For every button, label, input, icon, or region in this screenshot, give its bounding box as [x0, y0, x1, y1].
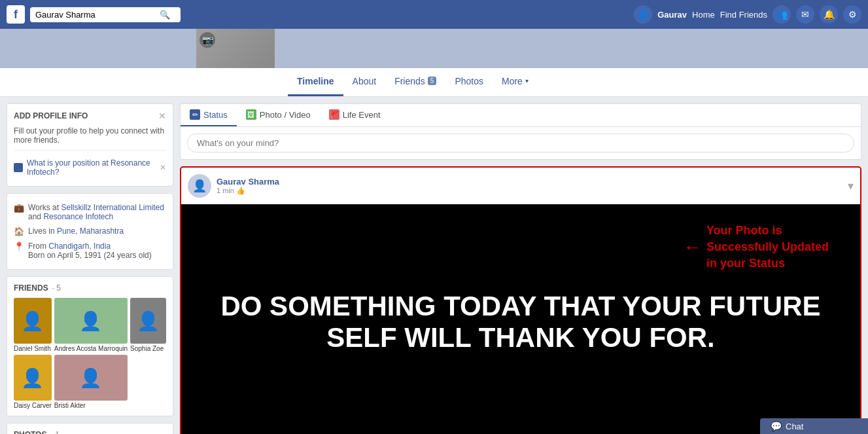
arrow-icon: ←: [683, 237, 701, 258]
friends-badge: 5: [428, 77, 437, 85]
settings-icon[interactable]: ⚙: [843, 5, 861, 24]
company2-link[interactable]: Resonance Infotech: [43, 212, 113, 221]
status-input[interactable]: [187, 134, 854, 153]
user-avatar-icon: 👤: [634, 5, 652, 24]
tab-photos[interactable]: Photos: [445, 67, 493, 96]
location-link[interactable]: Pune, Maharashtra: [57, 226, 124, 236]
composer-tab-status[interactable]: ✏ Status: [181, 104, 237, 126]
success-text: Your Photo is Successfully Updated in yo…: [706, 223, 829, 272]
friend-item-daniel[interactable]: 👤 Daniel Smith: [14, 298, 52, 352]
photos-header: PHOTOS · 1: [14, 430, 166, 434]
friend-name-andres: Andres Acosta Marroquin: [54, 345, 128, 352]
photo-tab-label: Photo / Video: [260, 110, 311, 120]
friend-photo-daisy: 👤: [14, 355, 52, 401]
chat-bar[interactable]: 💬 Chat: [760, 418, 868, 434]
tab-photos-label: Photos: [455, 76, 483, 86]
briefcase-icon: 💼: [14, 203, 24, 213]
nav-find-friends-link[interactable]: Find Friends: [720, 10, 767, 20]
facebook-logo: f: [7, 5, 25, 24]
friend-item-andres[interactable]: 👤 Andres Acosta Marroquin: [54, 298, 128, 352]
chat-icon: 💬: [771, 421, 782, 431]
success-message: ← Your Photo is Successfully Updated in …: [683, 223, 829, 272]
friend-item-sophia[interactable]: 👤 Sophia Zoe: [130, 298, 166, 352]
photos-count: · 1: [50, 430, 59, 434]
tab-friends-label: Friends: [394, 76, 425, 86]
friends-title: FRIENDS: [14, 283, 48, 293]
post-time: 1 min 👍: [217, 187, 842, 195]
search-input[interactable]: [35, 10, 160, 20]
event-tab-icon: 🚩: [329, 109, 339, 120]
hometown-link[interactable]: Chandigarh, India: [48, 242, 111, 251]
friend-item-daisy[interactable]: 👤 Daisy Carver: [14, 355, 52, 409]
motivational-quote: DO SOMETHING TODAY THAT YOUR FUTURE SELF…: [194, 291, 847, 354]
friend-name-sophia: Sophia Zoe: [130, 345, 166, 352]
close-add-profile-button[interactable]: ✕: [158, 111, 166, 121]
company1-link[interactable]: Sellskillz International Limited: [61, 203, 164, 212]
divider: [14, 150, 166, 151]
status-input-area: [181, 127, 861, 159]
friend-photo-daniel: 👤: [14, 298, 52, 344]
profile-question-item[interactable]: ✓ What is your position at Resonance Inf…: [14, 156, 166, 179]
close-question-button[interactable]: ✕: [160, 163, 166, 172]
navbar: f 🔍 👤 Gaurav Home Find Friends 👥 ✉ 🔔 ⚙: [0, 0, 868, 29]
tab-friends[interactable]: Friends 5: [385, 67, 445, 96]
chat-label: Chat: [786, 422, 803, 431]
camera-icon: 📷: [200, 32, 215, 48]
tab-more-label: More: [502, 76, 523, 86]
cover-area: 📷: [0, 29, 868, 68]
add-profile-title: ADD PROFILE INFO: [14, 111, 88, 120]
tab-timeline-label: Timeline: [297, 76, 334, 86]
add-profile-text: Fill out your profile to help you connec…: [14, 126, 166, 145]
tab-about[interactable]: About: [343, 67, 386, 96]
friends-grid: 👤 Daniel Smith 👤 Andres Acosta Marroquin…: [14, 298, 166, 409]
hometown-text: From Chandigarh, India Born on April 5, …: [28, 242, 152, 260]
profile-picture[interactable]: 📷: [196, 29, 275, 68]
friends-header: FRIENDS · 5: [14, 283, 166, 293]
friends-count: · 5: [52, 283, 61, 293]
post-options-button[interactable]: ▾: [848, 179, 854, 193]
location-info: 🏠 Lives in Pune, Maharashtra: [14, 224, 166, 239]
search-icon: 🔍: [160, 10, 170, 20]
composer-tab-photo[interactable]: 🖼 Photo / Video: [237, 104, 320, 126]
post-meta: Gaurav Sharma 1 min 👍: [217, 177, 842, 195]
status-tab-icon: ✏: [190, 109, 200, 120]
photos-card: PHOTOS · 1 👤: [7, 423, 173, 434]
info-card: 💼 Works at Sellskillz International Limi…: [7, 193, 173, 270]
question-text: What is your position at Resonance Infot…: [27, 158, 156, 177]
friend-item-bristi[interactable]: 👤 Bristi Akter: [54, 355, 128, 409]
tab-timeline[interactable]: Timeline: [288, 67, 343, 96]
friend-photo-sophia: 👤: [130, 298, 166, 344]
main-content: ADD PROFILE INFO ✕ Fill out your profile…: [0, 97, 868, 434]
status-composer: ✏ Status 🖼 Photo / Video 🚩 Life Event: [180, 103, 861, 160]
friend-name-daisy: Daisy Carver: [14, 402, 52, 409]
nav-username: Gaurav: [657, 10, 687, 20]
add-profile-header: ADD PROFILE INFO ✕: [14, 111, 166, 121]
like-thumb-icon: 👍: [236, 187, 245, 194]
work-text: Works at Sellskillz International Limite…: [28, 203, 166, 221]
notifications-icon[interactable]: 🔔: [820, 5, 838, 24]
checkbox-icon: ✓: [14, 163, 23, 172]
friends-request-icon[interactable]: 👥: [773, 5, 791, 24]
event-tab-label: Life Event: [343, 110, 381, 120]
post-card: 👤 Gaurav Sharma 1 min 👍 ▾ DO SOMETHING T…: [180, 166, 861, 434]
friend-photo-bristi: 👤: [54, 355, 128, 401]
profile-nav-tabs: Timeline About Friends 5 Photos More ▾: [0, 68, 868, 97]
friends-card: FRIENDS · 5 👤 Daniel Smith 👤 Andres Acos…: [7, 276, 173, 416]
friend-name-bristi: Bristi Akter: [54, 402, 128, 409]
composer-tab-event[interactable]: 🚩 Life Event: [320, 104, 390, 126]
composer-tabs: ✏ Status 🖼 Photo / Video 🚩 Life Event: [181, 104, 861, 127]
nav-right: 👤 Gaurav Home Find Friends 👥 ✉ 🔔 ⚙: [634, 5, 861, 24]
messages-icon[interactable]: ✉: [796, 5, 814, 24]
work-info: 💼 Works at Sellskillz International Limi…: [14, 200, 166, 224]
tab-more[interactable]: More ▾: [493, 67, 538, 96]
photo-tab-icon: 🖼: [246, 109, 256, 120]
search-bar[interactable]: 🔍: [30, 7, 181, 22]
post-user-name[interactable]: Gaurav Sharma: [217, 177, 842, 187]
post-header: 👤 Gaurav Sharma 1 min 👍 ▾: [181, 168, 860, 204]
chevron-down-icon: ▾: [525, 77, 529, 84]
nav-home-link[interactable]: Home: [692, 10, 715, 20]
add-profile-card: ADD PROFILE INFO ✕ Fill out your profile…: [7, 103, 173, 187]
cover-photo: 📷: [0, 29, 868, 68]
tab-about-label: About: [353, 76, 377, 86]
location-text: Lives in Pune, Maharashtra: [28, 226, 124, 236]
